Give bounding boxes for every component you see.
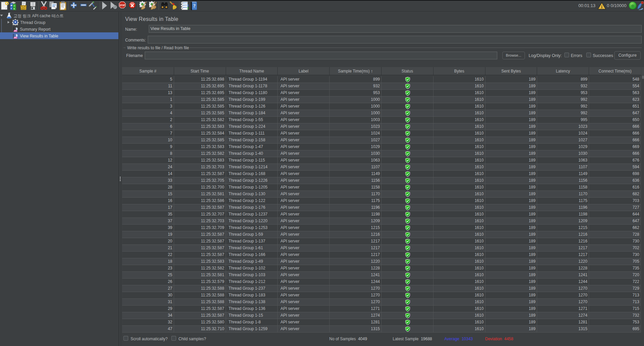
svg-text:STOP: STOP bbox=[120, 4, 125, 6]
svg-text:?: ? bbox=[193, 3, 196, 8]
